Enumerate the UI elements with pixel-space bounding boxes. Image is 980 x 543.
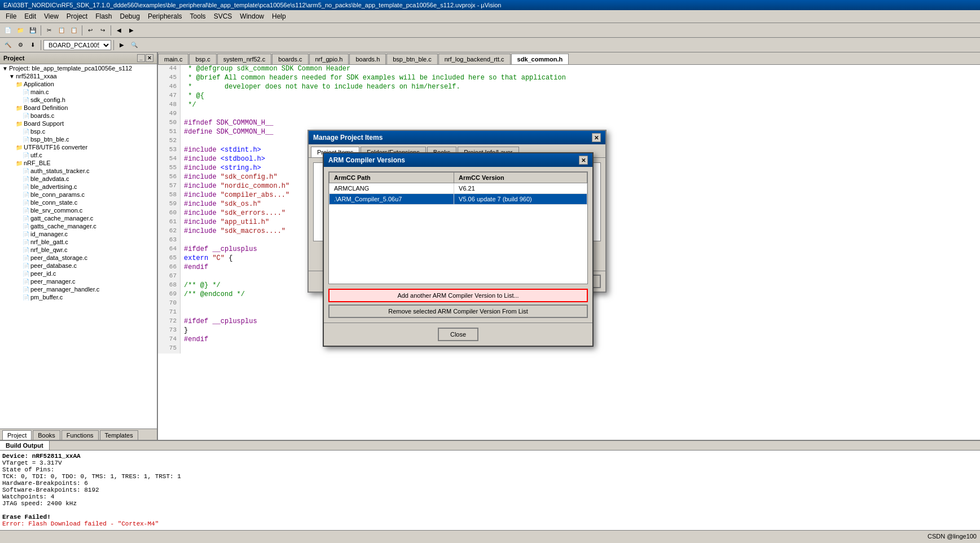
tab-bsp-btn-ble-c[interactable]: bsp_btn_ble.c	[386, 54, 438, 64]
tree-nrf-ble-gatt[interactable]: 📄 nrf_ble_gatt.c	[0, 238, 157, 246]
tree-ble-conn-state[interactable]: 📄 ble_conn_state.c	[0, 198, 157, 206]
tree-peer-manager-label: peer_manager.c	[30, 278, 76, 285]
arm-dialog-close-btn[interactable]: ✕	[579, 156, 588, 165]
line-num-53: 53	[158, 146, 181, 155]
toolbar-next[interactable]: ▶	[126, 25, 137, 36]
arm-button-row: Add another ARM Compiler Version to List…	[328, 289, 588, 318]
line-num-59: 59	[158, 200, 181, 209]
line-code-57: #include "nordic_common.h"	[181, 182, 289, 191]
tree-main-c[interactable]: 📄 main.c	[0, 88, 157, 96]
tree-peer-manager[interactable]: 📄 peer_manager.c	[0, 277, 157, 285]
toolbar-redo[interactable]: ↪	[97, 25, 108, 36]
toolbar-undo[interactable]: ↩	[85, 25, 96, 36]
tree-auth-status[interactable]: 📄 auth_status_tracker.c	[0, 167, 157, 175]
tree-file-icon-8: 📄	[23, 176, 29, 182]
tree-id-manager[interactable]: 📄 id_manager.c	[0, 230, 157, 238]
line-code-63	[181, 236, 188, 245]
tab-boards-h[interactable]: boards.h	[349, 54, 386, 64]
panel-minimize-btn[interactable]: _	[137, 54, 145, 62]
menu-edit[interactable]: Edit	[21, 11, 39, 21]
toolbar-download[interactable]: ⬇	[27, 39, 38, 51]
toolbar-copy[interactable]: 📋	[56, 25, 67, 36]
tree-ble-advertising[interactable]: 📄 ble_advertising.c	[0, 183, 157, 191]
toolbar-build-all[interactable]: ⚙	[15, 39, 26, 51]
tree-gatts-cache[interactable]: 📄 gatts_cache_manager.c	[0, 222, 157, 230]
tree-ble-srv-common[interactable]: 📄 ble_srv_common.c	[0, 206, 157, 214]
line-num-49: 49	[158, 110, 181, 119]
menu-file[interactable]: File	[2, 11, 20, 21]
arm-add-btn[interactable]: Add another ARM Compiler Version to List…	[328, 289, 588, 302]
tree-board-definition[interactable]: 📁 Board Definition	[0, 104, 157, 112]
menu-svcs[interactable]: SVCS	[210, 11, 236, 21]
tree-utf-c[interactable]: 📄 utf.c	[0, 151, 157, 159]
tab-nrf-gpio-h[interactable]: nrf_gpio.h	[309, 54, 349, 64]
line-num-60: 60	[158, 209, 181, 218]
tree-utf-converter[interactable]: 📁 UTF8/UTF16 converter	[0, 143, 157, 151]
arm-row-armclang[interactable]: ARMCLANG V6.21	[329, 183, 587, 194]
toolbar-paste[interactable]: 📋	[68, 25, 80, 36]
tree-board-support[interactable]: 📁 Board Support	[0, 120, 157, 127]
panel-tab-books[interactable]: Books	[33, 430, 60, 440]
toolbar-open[interactable]: 📁	[15, 25, 26, 36]
tree-peer-database[interactable]: 📄 peer_database.c	[0, 262, 157, 270]
menu-project[interactable]: Project	[63, 11, 91, 21]
tree-nrf-ble-label: nRF_BLE	[24, 160, 51, 166]
tree-project-root[interactable]: ▼ Project: ble_app_template_pca10056e_s1…	[0, 64, 157, 72]
panel-close-btn[interactable]: ✕	[146, 54, 153, 62]
tree-ble-advdata[interactable]: 📄 ble_advdata.c	[0, 175, 157, 183]
bottom-tab-build[interactable]: Build Output	[0, 441, 50, 450]
tree-file-icon-10: 📄	[23, 192, 29, 198]
tree-bsp-btn-ble-c[interactable]: 📄 bsp_btn_ble.c	[0, 135, 157, 143]
tree-file-icon-21: 📄	[23, 279, 29, 285]
tree-nrf-ble-qwr[interactable]: 📄 nrf_ble_qwr.c	[0, 246, 157, 254]
target-selector[interactable]: BOARD_PCA10059	[43, 40, 111, 50]
panel-tab-templates[interactable]: Templates	[100, 430, 138, 440]
tree-boards-c[interactable]: 📄 boards.c	[0, 112, 157, 120]
tab-main-c[interactable]: main.c	[158, 54, 188, 64]
tree-sdk-config-h[interactable]: 📄 sdk_config.h	[0, 96, 157, 104]
tab-sdk-common-h[interactable]: sdk_common.h	[511, 54, 569, 65]
tree-file-icon-18: 📄	[23, 255, 29, 261]
toolbar-prev[interactable]: ◀	[113, 25, 125, 36]
toolbar-new[interactable]: 📄	[2, 25, 14, 36]
menu-window[interactable]: Window	[236, 11, 267, 21]
toolbar-cut[interactable]: ✂	[43, 25, 55, 36]
line-num-54: 54	[158, 155, 181, 164]
arm-close-btn[interactable]: Close	[438, 328, 478, 341]
panel-tab-project[interactable]: Project	[2, 430, 32, 440]
build-line-6: Software-Breakpoints: 8192	[2, 487, 978, 493]
menu-flash[interactable]: Flash	[92, 11, 115, 21]
line-code-49	[181, 110, 188, 119]
arm-remove-btn[interactable]: Remove selected ARM Compiler Version Fro…	[328, 304, 588, 318]
tab-system-nrf52[interactable]: system_nrf52.c	[217, 54, 272, 64]
menu-peripherals[interactable]: Peripherals	[144, 11, 186, 21]
tree-gatt-cache[interactable]: 📄 gatt_cache_manager.c	[0, 214, 157, 222]
menu-view[interactable]: View	[41, 11, 62, 21]
tree-application[interactable]: 📁 Application	[0, 80, 157, 88]
panel-tab-functions[interactable]: Functions	[61, 430, 99, 440]
menu-help[interactable]: Help	[269, 11, 289, 21]
tab-nrf-log-backend[interactable]: nrf_log_backend_rtt.c	[438, 54, 511, 64]
toolbar-save[interactable]: 💾	[27, 25, 38, 36]
line-num-65: 65	[158, 254, 181, 263]
tree-peer-manager-handler[interactable]: 📄 peer_manager_handler.c	[0, 285, 157, 293]
tab-bsp-c[interactable]: bsp.c	[189, 54, 216, 64]
arm-compiler-table-wrapper[interactable]: ArmCC Path ArmCC Version ARMCLANG V6.21 …	[328, 171, 588, 284]
menu-tools[interactable]: Tools	[187, 11, 209, 21]
tree-peer-data-storage[interactable]: 📄 peer_data_storage.c	[0, 254, 157, 262]
arm-row-506u7[interactable]: .\ARM_Compiler_5.06u7 V5.06 update 7 (bu…	[329, 194, 587, 205]
toolbar-build-target[interactable]: 🔨	[2, 39, 14, 51]
tree-peer-id[interactable]: 📄 peer_id.c	[0, 270, 157, 277]
tree-bsp-c[interactable]: 📄 bsp.c	[0, 127, 157, 135]
tree-nrf52811[interactable]: ▼ nrf52811_xxaa	[0, 72, 157, 80]
manage-dialog-close[interactable]: ✕	[592, 133, 601, 142]
toolbar-search[interactable]: 🔍	[129, 39, 140, 51]
arm-col-path: ArmCC Path	[329, 173, 454, 183]
toolbar-debug-start[interactable]: ▶	[116, 39, 128, 51]
tab-boards-c[interactable]: boards.c	[272, 54, 308, 64]
menu-debug[interactable]: Debug	[117, 11, 143, 21]
tree-ble-conn-params[interactable]: 📄 ble_conn_params.c	[0, 191, 157, 198]
tree-pm-buffer[interactable]: 📄 pm_buffer.c	[0, 293, 157, 301]
code-line-47: 47 * @{	[158, 92, 980, 101]
tree-nrf-ble[interactable]: 📁 nRF_BLE	[0, 159, 157, 167]
